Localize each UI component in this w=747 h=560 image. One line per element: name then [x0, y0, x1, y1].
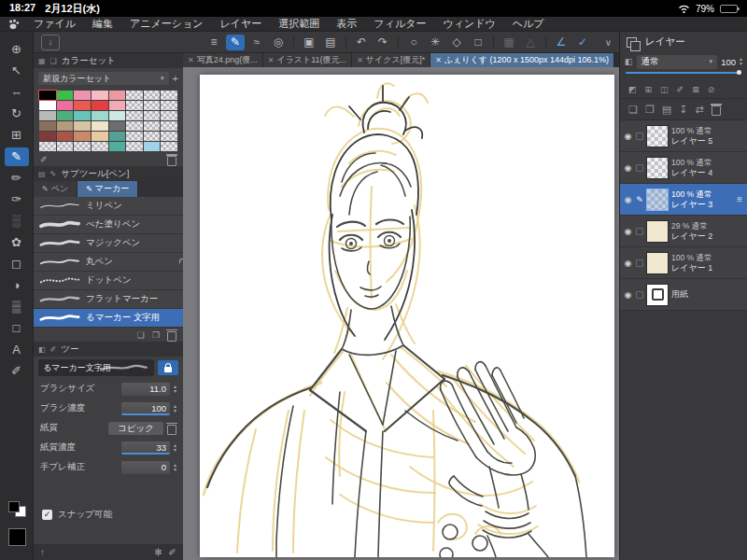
visibility-eye-icon[interactable]: ◉ [623, 163, 633, 173]
snap-angle-icon[interactable]: ∠ [552, 35, 571, 50]
canvas-tab[interactable]: ✕ サイクス[復元]* [352, 53, 430, 67]
subtool-item[interactable]: ミリペン [34, 197, 183, 216]
new-folder-icon[interactable]: ▤ [662, 104, 671, 116]
menu-help[interactable]: ヘルプ [504, 17, 553, 31]
collapse-panel-icon[interactable]: ↑ [40, 547, 45, 557]
brush-density-input[interactable]: 100 [121, 402, 170, 415]
lock-settings-button[interactable] [158, 360, 178, 375]
layer-check[interactable] [636, 228, 643, 235]
color-swatch[interactable] [39, 142, 56, 151]
redo-icon[interactable]: ↷ [374, 35, 392, 50]
stabilization-stepper[interactable]: ▴▾ [174, 463, 176, 472]
edit-tool-icon[interactable]: ✎ [226, 35, 245, 50]
color-swatch[interactable] [74, 132, 91, 141]
brush-size-input[interactable]: 11.0 [121, 383, 170, 396]
menu-view[interactable]: 表示 [328, 17, 365, 31]
snap-enabled-icon[interactable]: ✓ [573, 35, 592, 50]
opacity-stepper[interactable]: ▴▾ [740, 57, 742, 66]
menu-filter[interactable]: フィルター [365, 17, 434, 31]
color-swatch[interactable] [144, 132, 161, 141]
color-swatch[interactable] [161, 121, 177, 131]
color-swatch[interactable] [92, 132, 108, 141]
subtool-group-tab-marker[interactable]: ✎ マーカー [78, 181, 138, 197]
menu-selection[interactable]: 選択範囲 [270, 17, 328, 31]
layer-check[interactable] [636, 133, 643, 140]
layer-check[interactable] [636, 164, 643, 172]
subtool-pen-icon[interactable]: ✎ [50, 170, 57, 178]
reference-layer-icon[interactable]: ⊘ [708, 85, 715, 94]
transfer-down-icon[interactable]: ↧ [679, 104, 687, 116]
color-swatch[interactable] [109, 91, 126, 100]
layer-row[interactable]: ◉ 100 % 通常 レイヤー 5 [620, 120, 747, 152]
menu-edit[interactable]: 編集 [84, 17, 121, 31]
text-tool-icon[interactable]: A [5, 341, 29, 359]
color-swatch[interactable] [74, 142, 91, 151]
wrench-icon[interactable]: ✻ [154, 547, 162, 557]
close-tab-icon[interactable]: ✕ [357, 56, 363, 64]
visibility-eye-icon[interactable]: ◉ [623, 259, 633, 268]
color-swatch[interactable] [57, 142, 74, 151]
color-swatch[interactable] [57, 111, 74, 120]
subtool-item[interactable]: ドットペン [34, 272, 183, 290]
color-swatch[interactable] [161, 132, 177, 141]
edit-settings-icon[interactable]: ✐ [169, 547, 176, 557]
brush-settings-icon[interactable]: ✐ [50, 345, 57, 354]
ruler-icon[interactable]: △ [521, 35, 540, 50]
new-vector-layer-icon[interactable]: ❐ [645, 104, 655, 116]
color-swatch[interactable] [126, 142, 143, 151]
blend-tool-icon[interactable]: ◑ [5, 276, 29, 295]
color-swatch[interactable] [126, 91, 143, 100]
new-raster-layer-icon[interactable]: ❏ [628, 104, 638, 116]
special-ruler-icon[interactable]: ✳ [426, 35, 444, 50]
new-subtool-icon[interactable]: ❐ [152, 330, 160, 340]
color-swatch[interactable] [161, 101, 177, 110]
color-swatch[interactable] [92, 121, 108, 131]
color-swatch[interactable] [39, 121, 56, 131]
pen-tool-icon[interactable]: ✎ [5, 147, 29, 166]
eraser-tool-icon[interactable]: ◻ [5, 255, 29, 273]
pencil-tool-icon[interactable]: ✏ [5, 169, 29, 188]
subtool-item[interactable]: 丸ペン [34, 253, 183, 272]
layer-row[interactable]: ◉ 100 % 通常 レイヤー 4 [620, 152, 747, 184]
close-tab-icon[interactable]: ✕ [188, 56, 194, 64]
decoration-tool-icon[interactable]: ✿ [5, 233, 29, 252]
color-swatch[interactable] [74, 111, 91, 120]
close-tab-icon[interactable]: ✕ [268, 56, 275, 64]
clip-studio-logo-icon[interactable] [7, 19, 20, 30]
color-swatch[interactable] [57, 121, 74, 131]
color-swatch[interactable] [39, 101, 56, 110]
layer-row-paper[interactable]: ◉ 用紙 [620, 279, 747, 311]
color-swatch[interactable] [92, 91, 108, 100]
remove-texture-icon[interactable] [167, 425, 176, 435]
canvas-tab[interactable]: ✕ 写真24.png(復... [183, 53, 263, 67]
toolbar-collapse-chevron-icon[interactable]: ∨ [605, 37, 612, 48]
colorset-tab-icon[interactable]: ▦ [38, 57, 46, 65]
color-swatch[interactable] [126, 132, 143, 141]
subtool-item[interactable]: フラットマーカー [34, 290, 183, 309]
brush-size-stepper[interactable]: ▴▾ [174, 385, 176, 394]
drag-handle-icon[interactable]: ≡ [737, 194, 744, 204]
operate-tool-icon[interactable]: ↖ [5, 62, 29, 80]
hide-left-palette-button[interactable]: ↓ [41, 35, 60, 50]
color-swatch[interactable] [74, 101, 91, 110]
color-swatch[interactable] [144, 101, 161, 110]
visibility-eye-icon[interactable]: ◉ [623, 227, 633, 236]
zoom-tool-icon[interactable]: ⊕ [5, 40, 29, 59]
main-sub-color-chips[interactable] [8, 501, 25, 516]
color-swatch[interactable] [126, 121, 143, 131]
edit-color-icon[interactable]: ✐ [40, 155, 48, 164]
color-swatch[interactable] [144, 91, 161, 100]
eyedropper-tool-icon[interactable]: ✐ [5, 362, 29, 381]
texture-density-input[interactable]: 33 [121, 441, 170, 455]
layer-check[interactable] [636, 259, 643, 267]
color-swatch[interactable] [126, 101, 143, 110]
curve-tool-icon[interactable]: ≈ [247, 35, 266, 50]
delete-subtool-icon[interactable] [167, 331, 176, 342]
color-swatch[interactable] [126, 111, 143, 120]
menu-layer[interactable]: レイヤー [212, 17, 271, 31]
layer-row[interactable]: ◉ 29 % 通常 レイヤー 2 [620, 216, 747, 247]
color-swatch[interactable] [109, 101, 126, 110]
subtool-tab-icon[interactable]: ▤ [38, 170, 46, 178]
undo-icon[interactable]: ↶ [352, 35, 371, 50]
blend-mode-select[interactable]: 通常 ▾ [637, 55, 718, 69]
